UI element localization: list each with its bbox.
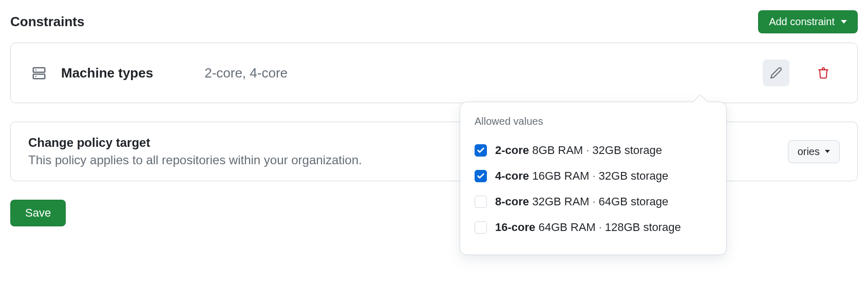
checkbox[interactable]: [475, 170, 487, 182]
option-label: 16-core 64GB RAM·128GB storage: [495, 221, 681, 234]
allowed-value-option[interactable]: 4-core 16GB RAM·32GB storage: [475, 163, 712, 189]
add-constraint-button[interactable]: Add constraint: [758, 10, 858, 33]
caret-down-icon: [841, 20, 847, 24]
allowed-value-option[interactable]: 2-core 8GB RAM·32GB storage: [475, 138, 712, 163]
save-button[interactable]: Save: [10, 200, 66, 226]
checkbox[interactable]: [475, 221, 487, 234]
policy-target-select[interactable]: ories: [788, 140, 840, 163]
trash-icon: [817, 67, 829, 79]
allowed-values-popover: Allowed values 2-core 8GB RAM·32GB stora…: [460, 102, 727, 237]
option-label: 8-core 32GB RAM·64GB storage: [495, 195, 668, 208]
pencil-icon: [770, 67, 782, 79]
add-constraint-label: Add constraint: [769, 16, 835, 28]
popover-title: Allowed values: [475, 116, 712, 127]
edit-button[interactable]: [763, 60, 789, 86]
caret-down-icon: [825, 150, 830, 153]
allowed-value-option[interactable]: 16-core 64GB RAM·128GB storage: [475, 215, 712, 237]
svg-rect-1: [33, 74, 45, 79]
delete-button[interactable]: [810, 60, 837, 86]
check-icon: [477, 146, 485, 155]
checkbox[interactable]: [475, 196, 487, 208]
server-icon: [31, 65, 47, 81]
allowed-value-option[interactable]: 8-core 32GB RAM·64GB storage: [475, 189, 712, 215]
policy-target-card: Change policy target This policy applies…: [10, 122, 858, 181]
option-label: 4-core 16GB RAM·32GB storage: [495, 169, 668, 183]
constraint-summary: 2-core, 4-core: [204, 65, 763, 81]
svg-rect-0: [33, 68, 45, 72]
constraint-row: Machine types 2-core, 4-core: [10, 43, 858, 103]
checkbox[interactable]: [475, 144, 487, 157]
option-label: 2-core 8GB RAM·32GB storage: [495, 144, 662, 157]
section-title: Constraints: [10, 14, 84, 30]
constraint-name: Machine types: [61, 65, 153, 81]
check-icon: [477, 172, 485, 180]
policy-target-select-label: ories: [798, 146, 820, 158]
